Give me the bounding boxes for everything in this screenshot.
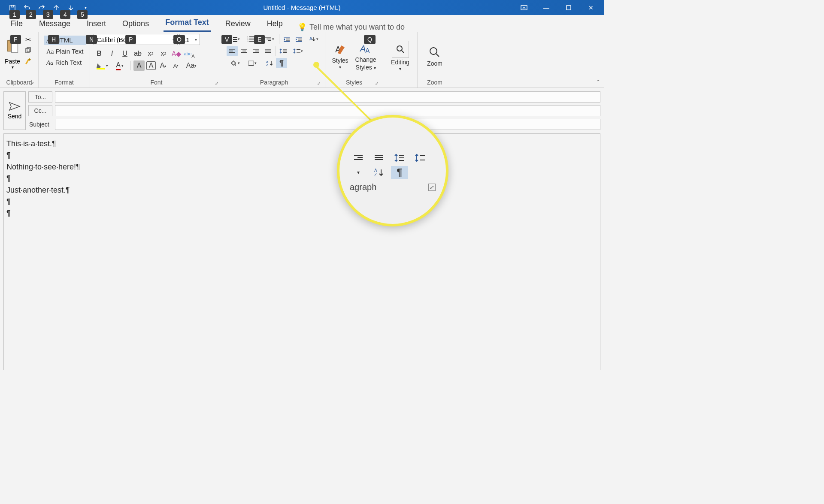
svg-rect-1	[11, 5, 14, 7]
copy-icon[interactable]	[23, 46, 33, 55]
svg-rect-67	[375, 159, 383, 160]
zoom-icon	[428, 45, 442, 59]
svg-rect-69	[399, 157, 404, 158]
callout-pilcrow-icon: ¶	[391, 166, 408, 179]
tab-format-text[interactable]: Format Text	[164, 15, 211, 32]
callout-origin-dot	[313, 62, 319, 68]
subject-label: Subject	[28, 119, 52, 130]
align-center-button[interactable]	[239, 46, 250, 56]
group-paragraph: ▾ 123▾ ▾ A▾ ▾ ▾	[223, 32, 325, 88]
paste-dropdown-icon[interactable]: ▾	[12, 65, 14, 69]
collapse-ribbon-icon[interactable]: ⌃	[596, 79, 600, 85]
keytip-file: F	[10, 35, 21, 44]
svg-rect-39	[242, 51, 246, 51]
tab-options[interactable]: Options	[121, 17, 151, 32]
align-left-button[interactable]	[227, 46, 238, 56]
decrease-indent-button[interactable]	[281, 34, 292, 44]
tab-review[interactable]: Review	[224, 17, 252, 32]
cut-icon[interactable]: ✂	[23, 35, 33, 44]
svg-rect-18	[249, 36, 254, 37]
title-bar: ▾ Untitled - Message (HTML) — ✕	[0, 0, 604, 15]
italic-button[interactable]: I	[106, 48, 118, 59]
cc-button[interactable]: Cc...	[28, 105, 52, 116]
close-icon[interactable]: ✕	[583, 2, 599, 14]
format-plain-text[interactable]: Aa Plain Text	[44, 47, 86, 56]
tell-me-search[interactable]: 💡 Tell me what you want to do	[297, 22, 405, 32]
tab-help[interactable]: Help	[265, 17, 285, 32]
grow-font-button[interactable]: A▴	[158, 60, 169, 71]
group-label-zoom: Zoom	[421, 78, 448, 87]
font-launcher-icon[interactable]: ⤢	[215, 81, 218, 86]
text-direction-button[interactable]: A▾	[305, 34, 321, 44]
to-button[interactable]: To...	[28, 91, 52, 103]
svg-rect-37	[229, 52, 235, 53]
group-font: Calibri (Body)▾ 11▾ B I U ab x2 x2 A◆ ab…	[90, 32, 223, 88]
svg-rect-44	[265, 49, 271, 50]
font-color-button[interactable]: A▾	[112, 60, 128, 71]
underline-button[interactable]: U	[119, 48, 130, 59]
tab-file[interactable]: File	[9, 17, 24, 32]
svg-rect-64	[354, 159, 363, 160]
subscript-button[interactable]: x2	[145, 48, 156, 59]
svg-rect-65	[375, 155, 383, 156]
svg-rect-68	[399, 155, 404, 156]
shading-button[interactable]: ▾	[227, 58, 243, 68]
callout-launcher-icon: ⤢	[428, 184, 436, 191]
svg-rect-28	[286, 40, 290, 41]
borders-button[interactable]: ▾	[244, 58, 260, 68]
minimize-icon[interactable]: —	[539, 2, 554, 14]
callout-group-label: agraph ⤢	[350, 182, 436, 192]
keytip-options: P	[125, 35, 136, 44]
maximize-icon[interactable]	[561, 2, 576, 14]
change-case-button[interactable]: Aa▾	[183, 60, 200, 71]
svg-rect-29	[284, 41, 290, 42]
paragraph-spacing-button[interactable]: ▾	[290, 46, 306, 56]
increase-indent-button[interactable]	[293, 34, 304, 44]
svg-rect-52	[248, 61, 254, 65]
highlight-color-button[interactable]: ▾	[94, 60, 110, 71]
callout-justify-icon	[370, 151, 388, 164]
svg-rect-50	[297, 49, 300, 50]
body-line: ¶	[6, 208, 597, 219]
format-rich-text[interactable]: Aa Rich Text	[44, 58, 86, 67]
align-right-button[interactable]	[251, 46, 262, 56]
send-icon	[9, 102, 21, 111]
line-spacing-button[interactable]	[278, 46, 289, 56]
svg-point-60	[430, 48, 437, 54]
svg-rect-47	[283, 49, 287, 50]
character-shading-button[interactable]: A	[133, 60, 145, 71]
lightbulb-icon: 💡	[297, 22, 307, 32]
show-hide-paragraph-marks-button[interactable]: ¶	[276, 58, 287, 68]
clipboard-launcher-icon[interactable]: ⤢	[30, 81, 34, 86]
shrink-font-button[interactable]: A▾	[170, 60, 182, 71]
svg-rect-25	[268, 40, 271, 41]
tab-insert[interactable]: Insert	[85, 17, 108, 32]
callout-line-spacing-icon	[391, 151, 408, 164]
svg-text:Z: Z	[266, 63, 268, 66]
svg-rect-26	[284, 37, 290, 38]
group-label-font: Font⤢	[94, 78, 219, 87]
svg-rect-10	[97, 68, 105, 69]
svg-rect-62	[354, 155, 363, 156]
zoom-button[interactable]: Zoom	[424, 44, 445, 69]
ribbon-display-icon[interactable]	[516, 2, 532, 14]
format-painter-icon[interactable]	[23, 57, 33, 66]
svg-rect-46	[265, 52, 271, 53]
superscript-button[interactable]: x2	[158, 48, 169, 59]
tab-message[interactable]: Message	[37, 17, 72, 32]
clear-formatting-button[interactable]: abcA	[184, 48, 195, 59]
strikethrough-button[interactable]: ab	[132, 48, 143, 59]
justify-button[interactable]	[263, 46, 274, 56]
bold-button[interactable]: B	[94, 48, 105, 59]
character-border-button[interactable]: A	[146, 61, 156, 70]
text-effects-button[interactable]: A◆	[171, 48, 182, 59]
keytip-1: 1	[9, 10, 20, 19]
message-body-editor[interactable]: This·is·a·test.¶ ¶ Nothing·to·see·here!¶…	[3, 133, 600, 370]
svg-rect-49	[283, 52, 287, 53]
tell-me-label: Tell me what you want to do	[309, 23, 405, 32]
keytip-3: 3	[43, 10, 53, 19]
find-icon	[392, 41, 409, 58]
sort-button[interactable]: AZ	[264, 58, 275, 68]
svg-rect-71	[420, 155, 425, 156]
send-button[interactable]: Send	[3, 91, 26, 130]
